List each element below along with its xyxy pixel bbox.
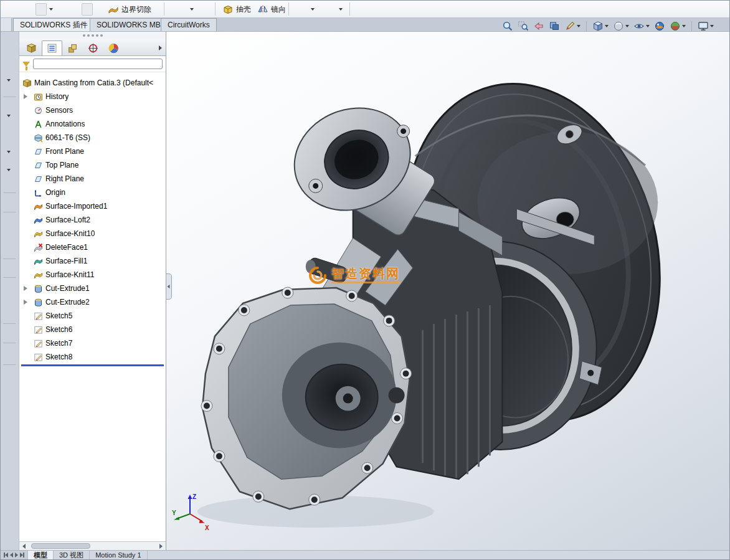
tree-item-label: Cut-Extrude2 xyxy=(45,298,90,306)
tab-circuitworks[interactable]: CircuitWorks xyxy=(161,18,217,31)
plane-icon xyxy=(34,147,43,156)
zoom-area-button[interactable] xyxy=(517,20,529,32)
cropped-tab[interactable] xyxy=(1,18,12,31)
prev-tab-button[interactable] xyxy=(10,553,13,558)
toolbar-separator xyxy=(586,21,587,31)
tree-item-surface-fill1[interactable]: Surface-Fill1 xyxy=(19,254,166,268)
tree-item-surface-loft2[interactable]: Surface-Loft2 xyxy=(19,213,166,227)
toolbar-separator xyxy=(691,21,692,31)
tree-item-surface-knit10[interactable]: Surface-Knit10 xyxy=(19,227,166,240)
tree-item-label: Sketch8 xyxy=(45,353,72,361)
tab-model[interactable]: 模型 xyxy=(28,551,54,559)
tree-item-top-plane[interactable]: Top Plane xyxy=(19,158,166,172)
tree-item-deleteface1[interactable]: DeleteFace1 xyxy=(19,240,166,254)
section-view-button[interactable] xyxy=(548,20,561,32)
manager-tab-overflow-button[interactable] xyxy=(154,40,166,55)
hide-show-items-button[interactable] xyxy=(633,20,650,32)
expand-arrow-icon[interactable] xyxy=(24,286,27,291)
dropdown-caret-icon xyxy=(682,25,686,27)
part-icon xyxy=(22,78,32,88)
tree-item-annotations[interactable]: Annotations xyxy=(19,117,166,131)
tab-scroll-controls xyxy=(1,551,28,559)
tree-item-cut-extrude1[interactable]: Cut-Extrude1 xyxy=(19,282,166,295)
status-bar: 模型 3D 视图 Motion Study 1 xyxy=(1,550,729,559)
watermark-text: 智造资料网 xyxy=(331,267,401,280)
cropped-ribbon-button-2[interactable] xyxy=(82,1,93,18)
dropdown-caret-icon[interactable] xyxy=(7,151,11,153)
heads-up-view-toolbar xyxy=(501,20,714,32)
scroll-right-button[interactable] xyxy=(156,542,166,550)
dropdown-caret-icon[interactable] xyxy=(7,115,11,117)
sketch-icon xyxy=(34,325,43,335)
tree-item-front-plane[interactable]: Front Plane xyxy=(19,145,166,158)
tree-item-sketch7[interactable]: Sketch7 xyxy=(19,336,166,350)
ribbon-dropdown[interactable] xyxy=(311,1,315,18)
last-tab-button[interactable] xyxy=(20,553,24,558)
edit-appearance-button[interactable] xyxy=(653,20,666,32)
model-canvas[interactable] xyxy=(166,32,729,550)
display-style-button[interactable] xyxy=(612,20,630,32)
first-tab-button[interactable] xyxy=(4,553,8,558)
tree-item-sketch6[interactable]: Sketch6 xyxy=(19,323,166,336)
divider xyxy=(3,364,16,365)
rollback-bar[interactable] xyxy=(21,364,164,366)
tab-solidworks-addins[interactable]: SOLIDWORKS 插件 xyxy=(13,18,95,31)
panel-collapse-button[interactable] xyxy=(166,273,172,300)
dropdown-caret-icon[interactable] xyxy=(7,79,11,82)
view-orientation-button[interactable] xyxy=(592,20,609,32)
tree-item-sketch8[interactable]: Sketch8 xyxy=(19,350,166,364)
graphics-viewport[interactable]: 智造资料网 Z Y X xyxy=(166,32,729,550)
tree-item-right-plane[interactable]: Right Plane xyxy=(19,172,166,186)
tree-item-material[interactable]: 6061-T6 (SS) xyxy=(19,131,166,145)
tree-item-origin[interactable]: Origin xyxy=(19,186,166,199)
tree-item-cut-extrude2[interactable]: Cut-Extrude2 xyxy=(19,295,166,309)
tree-item-sketch5[interactable]: Sketch5 xyxy=(19,309,166,323)
zoom-fit-button[interactable] xyxy=(501,20,514,32)
tree-item-label: Surface-Knit11 xyxy=(45,270,95,279)
expand-arrow-icon[interactable] xyxy=(24,94,27,99)
tab-label: SOLIDWORKS MBD xyxy=(97,21,166,29)
tree-filter-input[interactable] xyxy=(33,59,163,69)
surface-fill-icon xyxy=(34,257,43,266)
ribbon-dropdown[interactable] xyxy=(339,1,343,18)
tree-item-label: History xyxy=(45,92,69,101)
panel-resize-grip[interactable] xyxy=(19,32,166,39)
tree-item-main-casting[interactable]: Main Casting from Catia.3 (Default< xyxy=(19,76,166,90)
boundary-cut-button[interactable]: 边界切除 xyxy=(105,1,154,18)
next-tab-button[interactable] xyxy=(15,553,18,558)
tab-dimxpert-manager[interactable] xyxy=(83,40,103,55)
plane-icon xyxy=(34,161,43,170)
dropdown-caret-icon xyxy=(625,25,629,27)
scroll-left-button[interactable] xyxy=(19,542,29,550)
tree-item-label: Cut-Extrude1 xyxy=(45,284,90,293)
tab-motion-study-1[interactable]: Motion Study 1 xyxy=(90,551,147,559)
previous-view-button[interactable] xyxy=(533,20,545,32)
panel-horizontal-scrollbar[interactable] xyxy=(19,541,166,550)
tab-display-manager[interactable] xyxy=(103,40,124,55)
tree-item-sensors[interactable]: Sensors xyxy=(19,103,166,117)
tab-3d-views[interactable]: 3D 视图 xyxy=(54,551,90,559)
scrollbar-thumb[interactable] xyxy=(31,543,90,549)
tab-property-manager[interactable] xyxy=(42,40,62,55)
dropdown-caret-icon[interactable] xyxy=(7,169,11,171)
material-icon xyxy=(34,133,43,143)
shell-button[interactable]: 抽壳 xyxy=(220,1,254,18)
tree-item-label: Main Casting from Catia.3 (Default< xyxy=(34,78,153,87)
cropped-ribbon-button[interactable] xyxy=(36,1,53,18)
expand-arrow-icon[interactable] xyxy=(24,300,27,305)
tab-feature-manager[interactable] xyxy=(21,40,42,55)
view-settings-button[interactable] xyxy=(697,20,714,32)
tree-item-history[interactable]: History xyxy=(19,90,166,103)
watermark: 智造资料网 xyxy=(308,266,401,285)
dropdown-caret-icon xyxy=(710,25,714,27)
tab-configuration-manager[interactable] xyxy=(62,40,83,55)
apply-scene-button[interactable] xyxy=(669,20,686,32)
ribbon-dropdown[interactable] xyxy=(190,1,194,18)
tree-item-label: Surface-Loft2 xyxy=(45,216,90,224)
tree-item-surface-knit11[interactable]: Surface-Knit11 xyxy=(19,268,166,282)
filter-funnel-icon[interactable] xyxy=(22,62,30,67)
mirror-button[interactable]: 镜向 xyxy=(255,1,288,18)
property-manager-icon xyxy=(47,43,57,54)
annotation-view-button[interactable] xyxy=(564,20,581,32)
tree-item-surface-imported1[interactable]: Surface-Imported1 xyxy=(19,199,166,213)
